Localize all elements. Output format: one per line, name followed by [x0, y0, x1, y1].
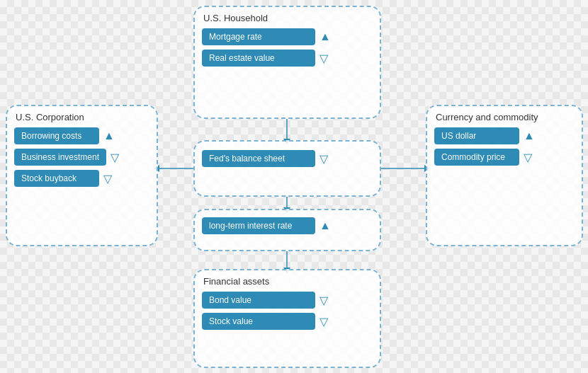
bond-value-btn: Bond value — [202, 292, 315, 309]
mortgage-rate-arrow-up — [320, 32, 331, 42]
stock-buyback-arrow — [103, 173, 115, 183]
financial-group: Financial assets Bond value Stock value — [193, 269, 381, 368]
stock-buyback-btn: Stock buyback — [14, 170, 99, 187]
longterm-rate-btn: long-term interest rate — [202, 217, 315, 234]
bond-value-arrow — [320, 295, 331, 305]
stock-value-arrow — [320, 316, 331, 326]
household-label: U.S. Household — [203, 13, 268, 23]
longterm-rate-arrow — [320, 221, 331, 231]
stock-buyback-row: Stock buyback — [14, 170, 149, 187]
real-estate-arrow-down — [320, 53, 331, 63]
household-group: U.S. Household Mortgage rate Real estate… — [193, 6, 381, 119]
financial-label: Financial assets — [203, 276, 269, 287]
currency-label: Currency and commodity — [436, 112, 538, 122]
corporation-label: U.S. Corporation — [16, 112, 84, 122]
fed-balance-arrow — [320, 154, 331, 163]
commodity-price-row: Commodity price — [434, 149, 575, 166]
fed-balance-btn: Fed's balance sheet — [202, 150, 315, 167]
real-estate-row: Real estate value — [202, 50, 373, 67]
us-dollar-btn: US dollar — [434, 127, 519, 144]
stock-value-row: Stock value — [202, 313, 373, 330]
stock-value-btn: Stock value — [202, 313, 315, 330]
business-investment-arrow — [111, 152, 122, 162]
currency-group: Currency and commodity US dollar Commodi… — [426, 105, 583, 246]
business-investment-row: Business investment — [14, 149, 149, 166]
commodity-price-btn: Commodity price — [434, 149, 519, 166]
longterm-rate-row: long-term interest rate — [202, 217, 373, 234]
mortgage-rate-btn: Mortgage rate — [202, 28, 315, 45]
main-container: U.S. Household Mortgage rate Real estate… — [0, 0, 588, 373]
business-investment-btn: Business investment — [14, 149, 106, 166]
borrowing-costs-arrow — [103, 131, 115, 141]
fed-balance-row: Fed's balance sheet — [202, 150, 373, 167]
borrowing-costs-btn: Borrowing costs — [14, 127, 99, 144]
corporation-group: U.S. Corporation Borrowing costs Busines… — [6, 105, 158, 246]
mortgage-rate-row: Mortgage rate — [202, 28, 373, 45]
us-dollar-row: US dollar — [434, 127, 575, 144]
fed-group: Fed's balance sheet — [193, 140, 381, 197]
borrowing-costs-row: Borrowing costs — [14, 127, 149, 144]
bond-value-row: Bond value — [202, 292, 373, 309]
longterm-group: long-term interest rate — [193, 209, 381, 251]
us-dollar-arrow — [524, 131, 535, 141]
real-estate-btn: Real estate value — [202, 50, 315, 67]
commodity-price-arrow — [524, 152, 535, 162]
